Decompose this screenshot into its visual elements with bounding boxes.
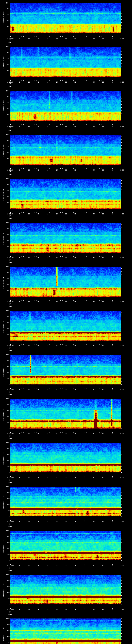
x-tick-label: 10	[25, 82, 33, 83]
x-tick-label: 15	[34, 213, 42, 215]
x-tick-label: 40	[81, 257, 88, 259]
x-tick-label: 45	[90, 345, 98, 347]
y-tick-label: 0	[0, 32, 10, 34]
x-end-time-label: 32:00	[114, 565, 130, 566]
x-tick-label: 35	[72, 345, 79, 347]
x-tick-label: 5	[16, 609, 24, 610]
x-tick-label: 40	[81, 82, 88, 83]
y-tick-label: 200	[0, 598, 10, 599]
spectrogram-panel: Frequency (Hz)1000800600400200022:23:001…	[0, 176, 132, 220]
x-tick-label: 10	[25, 433, 33, 435]
x-tick-label: 45	[90, 389, 98, 391]
x-tick-label: 30	[62, 477, 70, 478]
x-end-time-label: 20:00	[114, 38, 130, 39]
y-tick-label: 400	[0, 372, 10, 374]
x-tick-label: 40	[81, 213, 88, 215]
y-axis-title: Frequency (Hz)	[3, 230, 4, 245]
y-tick-label: 800	[0, 448, 10, 450]
x-tick-label: 45	[90, 433, 98, 435]
date-line-label: 2015	[2, 86, 18, 88]
y-tick-label: 600	[0, 146, 10, 148]
y-tick-label: 0	[0, 516, 10, 517]
x-tick-label: 15	[34, 126, 42, 127]
x-tick-label: 20	[44, 213, 52, 215]
y-tick-label: 0	[0, 296, 10, 298]
y-axis-title: Frequency (Hz)	[3, 538, 4, 553]
x-tick-label: 25	[53, 345, 61, 347]
x-tick-label: 10	[25, 301, 33, 303]
spectrogram-canvas	[0, 616, 132, 644]
y-tick-label: 200	[0, 642, 10, 643]
y-tick-label: 600	[0, 190, 10, 192]
x-tick-label: 25	[53, 38, 61, 39]
y-axis-title: Frequency (Hz)	[3, 99, 4, 113]
y-tick-label: 800	[0, 316, 10, 318]
x-tick-label: 10	[25, 345, 33, 347]
x-tick-label: 20	[44, 477, 52, 478]
x-tick-label: 45	[90, 301, 98, 303]
y-tick-label: 400	[0, 196, 10, 198]
y-axis-title: Frequency (Hz)	[3, 274, 4, 289]
date-line-label: 2015	[2, 130, 18, 132]
y-axis-title: Frequency (Hz)	[3, 186, 4, 201]
x-tick-label: 20	[44, 301, 52, 303]
x-tick-label: 35	[72, 38, 79, 39]
x-tick-label: 40	[81, 521, 88, 522]
y-tick-label: 200	[0, 290, 10, 292]
x-tick-label: 5	[16, 389, 24, 391]
x-end-time-label: 30:00	[114, 477, 130, 478]
x-tick-label: 5	[16, 82, 24, 83]
y-axis-title: Frequency (Hz)	[3, 582, 4, 597]
x-tick-label: 15	[34, 565, 42, 566]
spectrogram-panel: Frequency (Hz)1000800600400200022:28:001…	[0, 396, 132, 440]
x-tick-label: 25	[53, 213, 61, 215]
y-tick-label: 1000	[0, 2, 10, 4]
x-tick-label: 10	[25, 389, 33, 391]
y-tick-label: 200	[0, 378, 10, 379]
x-tick-label: 35	[72, 257, 79, 259]
x-tick-label: 25	[53, 257, 61, 259]
x-tick-label: 45	[90, 521, 98, 522]
spectrogram-panel: Frequency (Hz)1000800600400200022:33:001…	[0, 616, 132, 644]
y-tick-label: 1000	[0, 266, 10, 268]
x-tick-label: 35	[72, 213, 79, 215]
x-end-time-label: 31:00	[114, 521, 130, 522]
y-axis-title: Frequency (Hz)	[3, 54, 4, 69]
y-axis-title: Frequency (Hz)	[3, 142, 4, 157]
x-tick-label: 15	[34, 38, 42, 39]
y-tick-label: 200	[0, 554, 10, 555]
y-tick-label: 1000	[0, 574, 10, 575]
y-tick-label: 400	[0, 460, 10, 461]
x-tick-label: 5	[16, 257, 24, 259]
x-tick-label: 35	[72, 433, 79, 435]
date-line-label: 2015	[2, 262, 18, 264]
y-tick-label: 1000	[0, 398, 10, 400]
date-line-label: 2015	[2, 570, 18, 571]
x-tick-label: 15	[34, 433, 42, 435]
date-line-label: 2015	[2, 614, 18, 615]
x-tick-label: 50	[99, 257, 107, 259]
x-tick-label: 20	[44, 82, 52, 83]
y-tick-label: 1000	[0, 222, 10, 224]
y-tick-label: 200	[0, 334, 10, 336]
y-axis-title: Frequency (Hz)	[3, 362, 4, 377]
x-tick-label: 20	[44, 38, 52, 39]
x-tick-label: 50	[99, 521, 107, 522]
x-tick-label: 35	[72, 82, 79, 83]
x-end-time-label: 26:00	[114, 301, 130, 303]
y-tick-label: 600	[0, 586, 10, 587]
x-tick-label: 5	[16, 433, 24, 435]
y-tick-label: 400	[0, 240, 10, 242]
y-tick-label: 200	[0, 202, 10, 204]
x-tick-label: 40	[81, 433, 88, 435]
x-tick-label: 10	[25, 257, 33, 259]
x-tick-label: 30	[62, 169, 70, 171]
y-tick-label: 200	[0, 158, 10, 160]
y-tick-label: 400	[0, 504, 10, 505]
y-tick-label: 200	[0, 246, 10, 248]
x-tick-label: 5	[16, 169, 24, 171]
x-tick-label: 30	[62, 126, 70, 127]
y-tick-label: 200	[0, 26, 10, 28]
y-tick-label: 400	[0, 20, 10, 22]
y-tick-label: 600	[0, 410, 10, 412]
